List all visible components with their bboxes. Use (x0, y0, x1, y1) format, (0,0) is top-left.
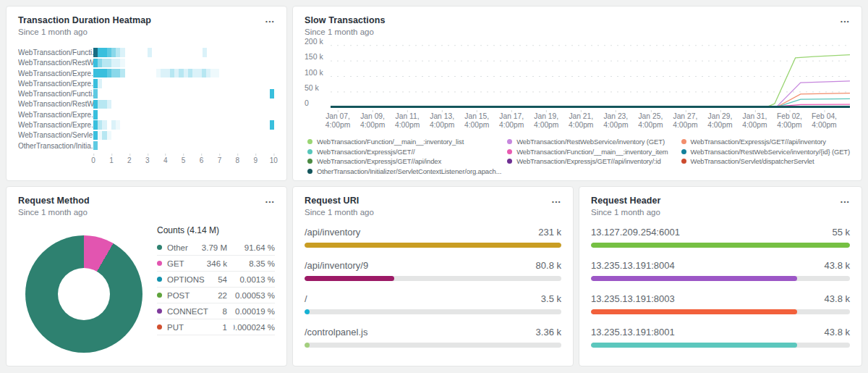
heatmap-row-label: WebTransaction/Expre... (18, 111, 93, 119)
heatmap-cell (120, 48, 124, 57)
heatmap-x-tick: 1 (109, 156, 114, 164)
bar-fill (305, 343, 310, 348)
bar-label: /api/inventory/9 (305, 260, 368, 271)
x-axis-tick-label: Jan 31,4:00pm (742, 112, 767, 130)
ellipsis-menu-icon[interactable] (841, 15, 850, 27)
pie-chart-body: Counts (4.14 M) Other3.79 M91.64 %GET346… (18, 219, 275, 353)
tick-date: Jan 27, (673, 112, 697, 121)
facet-table-row[interactable]: GET346 k8.35 % (157, 256, 275, 272)
x-axis-tick-label: Jan 19,4:00pm (534, 112, 558, 130)
panel-header-text: Slow Transactions Since 1 month ago (305, 15, 385, 36)
legend-item[interactable]: WebTransaction/Expressjs/GET//api/index (307, 156, 501, 167)
tick-date: Jan 31, (742, 112, 767, 121)
bar-row[interactable]: /3.5 k (305, 293, 561, 314)
panel-title: Transaction Duration Heatmap (18, 15, 151, 25)
heatmap-cell (102, 120, 106, 130)
bar-value: 43.8 k (825, 293, 850, 304)
bar-row[interactable]: 13.127.209.254:600155 k (591, 227, 850, 248)
x-axis-tick-label: Jan 29,4:00pm (707, 112, 732, 130)
legend-item[interactable]: WebTransaction/Function/__main__:invento… (307, 137, 501, 147)
legend-item[interactable]: WebTransaction/Servlet/dispatcherServlet (681, 156, 850, 167)
heatmap-row-track (93, 48, 275, 57)
x-axis-tick-label: Jan 13,4:00pm (430, 112, 454, 130)
tick-time: 4:00pm (603, 121, 628, 130)
heatmap-cell (120, 69, 124, 78)
line-chart-y-axis: 050 k100 k150 k200 k (305, 43, 331, 110)
bar-label: / (305, 293, 307, 304)
panel-subtitle: Since 1 month ago (18, 28, 151, 36)
legend-item[interactable]: WebTransaction/RestWebService/inventory … (507, 137, 675, 147)
facet-color-dot (157, 245, 162, 250)
facet-percent-value: 0.000024 % (234, 322, 275, 332)
heatmap-rows: WebTransaction/Functi...WebTransaction/R… (18, 48, 275, 151)
ellipsis-menu-icon[interactable] (265, 196, 275, 207)
bar-fill (591, 309, 797, 314)
legend-item[interactable]: WebTransaction/Function/__main__:invento… (507, 147, 675, 157)
facet-label: POST (167, 291, 190, 300)
panel-title: Slow Transactions (305, 15, 385, 25)
dashboard-row-top: Transaction Duration Heatmap Since 1 mon… (0, 0, 868, 181)
panel-request-header: Request Header Since 1 month ago 13.127.… (579, 186, 862, 366)
facet-table-row[interactable]: CONNECT80.00019 % (157, 303, 275, 319)
facet-table-row[interactable]: POST220.00053 % (157, 288, 275, 303)
legend-label: WebTransaction/RestWebService/inventory/… (691, 147, 850, 157)
bar-fill (305, 243, 561, 248)
facet-table-row[interactable]: PUT10.000024 % (157, 319, 275, 335)
legend-item[interactable]: WebTransaction/Expressjs/GET//api/invent… (681, 137, 850, 147)
heatmap-row-label: WebTransaction/Functi... (18, 90, 93, 98)
legend-item[interactable]: WebTransaction/Expressjs/GET//api/invent… (507, 156, 675, 167)
heatmap-row-track (93, 141, 275, 151)
facet-label: Other (167, 243, 188, 252)
heatmap-row: WebTransaction/Expre... (18, 120, 275, 130)
x-axis-tick-label: Feb 02,4:00pm (777, 112, 802, 130)
bar-row-text: /api/inventory231 k (305, 227, 561, 238)
tick-time: 4:00pm (430, 121, 454, 130)
legend-item[interactable]: OtherTransaction/Initializer/ServletCont… (307, 167, 501, 177)
panel-request-uri: Request URI Since 1 month ago /api/inven… (292, 186, 574, 366)
facet-table-rows: Other3.79 M91.64 %GET346 k8.35 %OPTIONS5… (157, 240, 275, 335)
tick-date: Jan 15, (464, 112, 489, 121)
panel-transaction-duration-heatmap: Transaction Duration Heatmap Since 1 mon… (6, 6, 287, 181)
line-chart-svg (331, 43, 850, 110)
heatmap-x-tick: 5 (182, 156, 186, 164)
heatmap-cell (93, 141, 98, 151)
legend-item[interactable]: WebTransaction/RestWebService/inventory/… (681, 147, 850, 157)
bar-row[interactable]: 13.235.13.191:800343.8 k (591, 293, 850, 314)
facet-table-row[interactable]: OPTIONS540.0013 % (157, 272, 275, 288)
bar-row-text: /3.5 k (305, 293, 561, 304)
facet-percent-value: 0.0013 % (239, 274, 275, 285)
facet-color-dot (157, 324, 162, 330)
legend-item[interactable]: WebTransaction/Expressjs/GET// (307, 147, 501, 157)
tick-time: 4:00pm (707, 121, 732, 130)
ellipsis-menu-icon[interactable] (265, 15, 275, 27)
facet-table-row[interactable]: Other3.79 M91.64 % (157, 240, 275, 256)
bar-label: /controlpanel.js (305, 327, 367, 338)
panel-header-text: Request Method Since 1 month ago (18, 196, 90, 217)
bar-row[interactable]: 13.235.13.191:800443.8 k (591, 260, 850, 281)
heatmap-x-tick: 2 (127, 156, 132, 164)
panel-title: Request Header (591, 196, 661, 206)
x-axis-tick-label: Jan 27,4:00pm (673, 112, 697, 130)
bar-row-text: /controlpanel.js3.36 k (305, 327, 561, 338)
bar-row[interactable]: 13.235.13.191:800143.8 k (591, 327, 850, 348)
legend-color-dot (507, 139, 512, 144)
bar-row-text: 13.127.209.254:600155 k (591, 227, 850, 238)
heatmap-row-label: WebTransaction/RestW... (18, 59, 93, 67)
heatmap-row: WebTransaction/Functi... (18, 89, 275, 99)
facet-percent-value: 0.00019 % (235, 306, 275, 317)
ellipsis-menu-icon[interactable] (841, 196, 850, 207)
tick-date: Jan 09, (360, 112, 385, 121)
tick-time: 4:00pm (326, 121, 350, 130)
legend-color-dot (307, 169, 312, 174)
bar-row[interactable]: /api/inventory231 k (305, 227, 561, 248)
bar-value: 80.8 k (536, 260, 561, 271)
tick-date: Jan 07, (326, 112, 350, 121)
facet-table-title: Counts (4.14 M) (157, 225, 275, 235)
ellipsis-menu-icon[interactable] (552, 196, 561, 207)
bar-row[interactable]: /controlpanel.js3.36 k (305, 327, 561, 348)
tick-time: 4:00pm (569, 121, 593, 130)
x-axis-tick-label: Jan 09,4:00pm (360, 112, 385, 130)
tick-time: 4:00pm (534, 121, 558, 130)
line-chart: 050 k100 k150 k200 k (305, 43, 850, 110)
bar-row[interactable]: /api/inventory/980.8 k (305, 260, 561, 281)
